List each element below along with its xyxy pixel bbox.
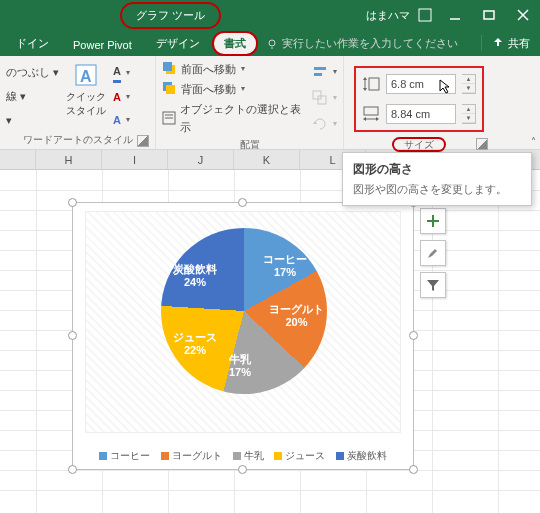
bring-forward-button[interactable]: 前面へ移動▾	[162, 60, 302, 78]
svg-rect-10	[163, 62, 172, 71]
width-spinner[interactable]: ▲▼	[462, 104, 476, 124]
send-backward-button[interactable]: 背面へ移動▾	[162, 80, 302, 98]
ribbon-tabs: ドイン Power Pivot デザイン 書式 実行したい作業を入力してください…	[0, 30, 540, 56]
text-fill-button[interactable]: A▾	[113, 62, 130, 83]
bring-forward-icon	[162, 61, 178, 77]
svg-rect-16	[314, 67, 326, 70]
spin-up-icon: ▲	[462, 105, 475, 114]
chart-side-buttons	[420, 208, 446, 298]
ribbon-group-label: 配置	[162, 136, 337, 152]
data-label[interactable]: 炭酸飲料24%	[173, 263, 217, 289]
tab-addins[interactable]: ドイン	[4, 31, 61, 56]
cursor-icon	[439, 79, 453, 95]
svg-rect-12	[166, 85, 175, 94]
shape-outline-button[interactable]: 線 ▾	[6, 87, 59, 105]
lightbulb-icon	[266, 38, 278, 50]
user-name[interactable]: はまハマ	[366, 8, 432, 23]
spin-down-icon: ▼	[462, 84, 475, 93]
tab-powerpivot[interactable]: Power Pivot	[61, 34, 144, 56]
rotate-button[interactable]: ▾	[312, 115, 337, 133]
collapse-ribbon-button[interactable]: ˄	[531, 136, 536, 147]
title-bar: グラフ ツール はまハマ	[0, 0, 540, 30]
chart-object[interactable]: コーヒー17% ヨーグルト20% 牛乳17% ジュース22% 炭酸飲料24% コ…	[72, 202, 414, 470]
height-spinner[interactable]: ▲▼	[462, 74, 476, 94]
svg-marker-28	[376, 117, 379, 121]
tell-me-search[interactable]: 実行したい作業を入力してください	[258, 31, 466, 56]
group-icon	[312, 90, 328, 106]
data-label[interactable]: ヨーグルト20%	[269, 303, 324, 329]
svg-rect-0	[419, 9, 431, 21]
send-backward-icon	[162, 81, 178, 97]
svg-rect-21	[369, 78, 379, 90]
svg-marker-23	[363, 77, 367, 80]
text-effects-button[interactable]: A▾	[113, 111, 130, 129]
ribbon-group-arrange: 前面へ移動▾ 背面へ移動▾ オブジェクトの選択と表示 ▾ ▾ ▾ 配置	[156, 56, 344, 149]
chart-tools-contextual-tab: グラフ ツール	[120, 2, 221, 29]
svg-marker-20	[313, 121, 317, 124]
ribbon-group-size: 6.8 cm ▲▼ 8.84 cm ▲▼ サイズ	[344, 56, 494, 149]
text-outline-button[interactable]: A▾	[113, 88, 130, 106]
size-inputs-highlighted: 6.8 cm ▲▼ 8.84 cm ▲▼	[354, 66, 484, 132]
height-icon	[362, 76, 380, 92]
align-icon	[312, 64, 328, 80]
ribbon-group-wordart-styles: のつぶし ▾ 線 ▾ ▾ A クイック スタイル A▾ A▾ A▾ ワードアート…	[0, 56, 156, 149]
dialog-launcher[interactable]	[476, 138, 488, 150]
svg-rect-18	[313, 91, 321, 99]
column-header[interactable]: J	[168, 150, 234, 169]
svg-marker-24	[363, 88, 367, 91]
quick-styles-icon: A	[73, 62, 99, 88]
chart-filters-button[interactable]	[420, 272, 446, 298]
selection-pane-button[interactable]: オブジェクトの選択と表示	[162, 100, 302, 136]
column-header[interactable]: I	[102, 150, 168, 169]
chart-legend[interactable]: コーヒー ヨーグルト 牛乳 ジュース 炭酸飲料	[73, 449, 413, 463]
ribbon-group-label: サイズ	[350, 134, 488, 152]
svg-rect-17	[314, 73, 322, 76]
svg-text:A: A	[80, 68, 92, 85]
worksheet-area[interactable]: コーヒー17% ヨーグルト20% 牛乳17% ジュース22% 炭酸飲料24% コ…	[0, 170, 540, 513]
funnel-icon	[426, 278, 440, 292]
tooltip-title: 図形の高さ	[353, 161, 521, 178]
rotate-icon	[312, 116, 328, 132]
data-label[interactable]: コーヒー17%	[263, 253, 307, 279]
maximize-button[interactable]	[472, 0, 506, 30]
shape-width-input[interactable]: 8.84 cm	[386, 104, 456, 124]
data-label[interactable]: ジュース22%	[173, 331, 217, 357]
chart-styles-button[interactable]	[420, 240, 446, 266]
tooltip-shape-height: 図形の高さ 図形や図の高さを変更します。	[342, 152, 532, 206]
brush-icon	[426, 246, 440, 260]
tooltip-body: 図形や図の高さを変更します。	[353, 182, 521, 197]
user-frame-icon	[418, 8, 432, 22]
dialog-launcher[interactable]	[137, 135, 149, 147]
svg-rect-19	[318, 96, 326, 104]
svg-rect-2	[484, 11, 494, 19]
chart-elements-button[interactable]	[420, 208, 446, 234]
group-button[interactable]: ▾	[312, 89, 337, 107]
shape-height-input[interactable]: 6.8 cm	[386, 74, 456, 94]
data-label[interactable]: 牛乳17%	[229, 353, 251, 379]
shape-effects-button[interactable]: ▾	[6, 111, 59, 129]
quick-styles-button[interactable]: A クイック スタイル	[65, 60, 107, 131]
align-button[interactable]: ▾	[312, 63, 337, 81]
close-button[interactable]	[506, 0, 540, 30]
tab-design[interactable]: デザイン	[144, 31, 212, 56]
selection-pane-icon	[162, 110, 177, 126]
tab-format[interactable]: 書式	[212, 31, 258, 56]
width-icon	[362, 106, 380, 122]
spin-down-icon: ▼	[462, 114, 475, 123]
svg-marker-27	[363, 117, 366, 121]
column-header[interactable]: K	[234, 150, 300, 169]
share-button[interactable]: 共有	[471, 30, 540, 56]
share-icon	[492, 37, 504, 49]
plus-icon	[426, 214, 440, 228]
shape-fill-button[interactable]: のつぶし ▾	[6, 63, 59, 81]
minimize-button[interactable]	[438, 0, 472, 30]
svg-point-5	[269, 40, 275, 46]
ribbon: のつぶし ▾ 線 ▾ ▾ A クイック スタイル A▾ A▾ A▾ ワードアート…	[0, 56, 540, 150]
svg-rect-25	[364, 107, 378, 115]
column-header[interactable]: H	[36, 150, 102, 169]
spin-up-icon: ▲	[462, 75, 475, 84]
ribbon-group-label: ワードアートのスタイル	[6, 131, 149, 147]
